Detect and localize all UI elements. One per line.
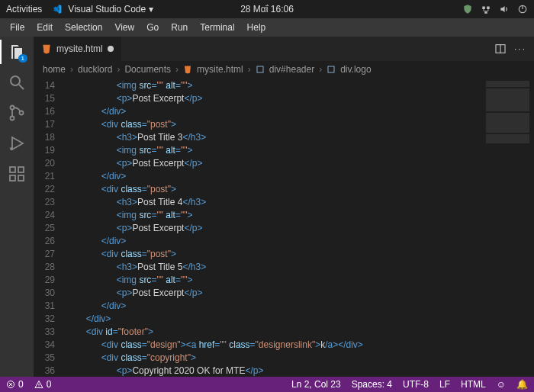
code-line[interactable]: 27 <div class="post"> xyxy=(34,248,481,261)
line-number: 30 xyxy=(34,287,66,300)
code-content[interactable]: <img src="" alt=""> xyxy=(66,144,193,157)
code-content[interactable]: <p>Copyright 2020 OK for MTE</p> xyxy=(66,365,263,377)
volume-icon[interactable] xyxy=(499,4,510,14)
code-line[interactable]: 19 <img src="" alt=""> xyxy=(34,144,481,157)
code-content[interactable]: <p>Post Excerpt</p> xyxy=(66,92,202,105)
status-feedback-icon[interactable]: ☺ xyxy=(497,379,506,390)
code-content[interactable]: <img src="" alt=""> xyxy=(66,274,193,287)
menu-terminal[interactable]: Terminal xyxy=(195,21,240,34)
code-content[interactable]: <img src="" alt=""> xyxy=(66,79,193,92)
status-encoding[interactable]: UTF-8 xyxy=(403,379,429,390)
code-line[interactable]: 14 <img src="" alt=""> xyxy=(34,79,481,92)
code-editor[interactable]: 14 <img src="" alt="">15 <p>Post Excerpt… xyxy=(34,78,481,377)
breadcrumb[interactable]: home› ducklord› Documents› mysite.html› … xyxy=(34,61,534,78)
tab-label: mysite.html xyxy=(56,43,103,54)
status-bell-icon[interactable]: 🔔 xyxy=(516,379,528,390)
line-number: 35 xyxy=(34,352,66,365)
source-control-icon[interactable] xyxy=(8,104,26,122)
code-line[interactable]: 28 <h3>Post Title 5</h3> xyxy=(34,261,481,274)
more-actions-icon[interactable]: ··· xyxy=(514,43,526,54)
bc-file[interactable]: mysite.html xyxy=(197,64,243,75)
code-content[interactable]: <img src="" alt=""> xyxy=(66,209,193,222)
code-line[interactable]: 23 <h3>Post Title 4</h3> xyxy=(34,196,481,209)
code-line[interactable]: 24 <img src="" alt=""> xyxy=(34,209,481,222)
svg-point-5 xyxy=(10,147,13,150)
code-line[interactable]: 26 </div> xyxy=(34,235,481,248)
code-content[interactable]: </div> xyxy=(66,235,126,248)
menu-run[interactable]: Run xyxy=(166,21,193,34)
code-line[interactable]: 20 <p>Post Excerpt</p> xyxy=(34,157,481,170)
menu-selection[interactable]: Selection xyxy=(60,21,108,34)
code-line[interactable]: 17 <div class="post"> xyxy=(34,118,481,131)
code-content[interactable]: </div> xyxy=(66,170,126,183)
power-icon[interactable] xyxy=(517,4,528,14)
bc-sym1[interactable]: div#header xyxy=(269,64,314,75)
status-spaces[interactable]: Spaces: 4 xyxy=(352,379,392,390)
code-line[interactable]: 22 <div class="post"> xyxy=(34,183,481,196)
bc-home[interactable]: home xyxy=(43,64,66,75)
status-cursor[interactable]: Ln 2, Col 23 xyxy=(291,379,341,390)
code-line[interactable]: 18 <h3>Post Title 3</h3> xyxy=(34,131,481,144)
bc-documents[interactable]: Documents xyxy=(124,64,171,75)
network-icon[interactable] xyxy=(481,4,491,14)
code-content[interactable]: <p>Post Excerpt</p> xyxy=(66,222,202,235)
bc-ducklord[interactable]: ducklord xyxy=(78,64,112,75)
code-content[interactable]: <div id="footer"> xyxy=(66,326,153,339)
line-number: 33 xyxy=(34,326,66,339)
code-line[interactable]: 34 <div class="design"><a href="" class=… xyxy=(34,339,481,352)
clock[interactable]: 28 Μαΐ 16:06 xyxy=(240,4,294,14)
explorer-icon[interactable]: 1 xyxy=(8,43,26,61)
bc-sym2[interactable]: div.logo xyxy=(340,64,371,75)
svg-rect-7 xyxy=(10,175,15,181)
code-content[interactable]: <p>Post Excerpt</p> xyxy=(66,287,202,300)
code-content[interactable]: <div class="post"> xyxy=(66,248,176,261)
menu-edit[interactable]: Edit xyxy=(31,21,58,34)
code-content[interactable]: </div> xyxy=(66,300,126,313)
status-errors[interactable]: 0 xyxy=(6,379,24,390)
menu-file[interactable]: File xyxy=(5,21,30,34)
svg-rect-11 xyxy=(257,66,263,72)
code-content[interactable]: <h3>Post Title 4</h3> xyxy=(66,196,206,209)
code-line[interactable]: 32 </div> xyxy=(34,313,481,326)
code-content[interactable]: <div class="post"> xyxy=(66,118,176,131)
html-file-icon xyxy=(183,65,192,74)
code-content[interactable]: <div class="post"> xyxy=(66,183,176,196)
search-icon[interactable] xyxy=(8,73,26,92)
split-editor-icon[interactable] xyxy=(494,43,507,55)
html-file-icon xyxy=(41,43,52,54)
menu-view[interactable]: View xyxy=(109,21,140,34)
code-content[interactable]: <div class="design"><a href="" class="de… xyxy=(66,339,363,352)
status-warnings[interactable]: 0 xyxy=(34,379,52,390)
code-content[interactable]: <h3>Post Title 3</h3> xyxy=(66,131,206,144)
code-line[interactable]: 33 <div id="footer"> xyxy=(34,326,481,339)
code-line[interactable]: 36 <p>Copyright 2020 OK for MTE</p> xyxy=(34,365,481,377)
code-line[interactable]: 30 <p>Post Excerpt</p> xyxy=(34,287,481,300)
shield-icon[interactable] xyxy=(462,4,473,14)
tab-mysite[interactable]: mysite.html xyxy=(34,37,122,61)
code-line[interactable]: 35 <div class="copyright"> xyxy=(34,352,481,365)
app-menu[interactable]: Visual Studio Code ▾ xyxy=(51,4,153,14)
run-debug-icon[interactable] xyxy=(8,134,26,153)
code-line[interactable]: 21 </div> xyxy=(34,170,481,183)
code-line[interactable]: 25 <p>Post Excerpt</p> xyxy=(34,222,481,235)
status-eol[interactable]: LF xyxy=(439,379,450,390)
code-line[interactable]: 29 <img src="" alt=""> xyxy=(34,274,481,287)
status-language[interactable]: HTML xyxy=(461,379,486,390)
minimap[interactable] xyxy=(481,78,534,377)
code-line[interactable]: 16 </div> xyxy=(34,105,481,118)
symbol-icon xyxy=(327,65,336,74)
code-content[interactable]: </div> xyxy=(66,105,126,118)
code-content[interactable]: </div> xyxy=(66,313,111,326)
line-number: 18 xyxy=(34,131,66,144)
editor-tabs: mysite.html ··· xyxy=(34,37,534,61)
code-content[interactable]: <h3>Post Title 5</h3> xyxy=(66,261,206,274)
menu-go[interactable]: Go xyxy=(141,21,164,34)
line-number: 22 xyxy=(34,183,66,196)
code-line[interactable]: 15 <p>Post Excerpt</p> xyxy=(34,92,481,105)
menu-help[interactable]: Help xyxy=(242,21,272,34)
extensions-icon[interactable] xyxy=(8,165,26,183)
code-line[interactable]: 31 </div> xyxy=(34,300,481,313)
activities-button[interactable]: Activities xyxy=(6,4,42,14)
code-content[interactable]: <div class="copyright"> xyxy=(66,352,196,365)
code-content[interactable]: <p>Post Excerpt</p> xyxy=(66,157,202,170)
